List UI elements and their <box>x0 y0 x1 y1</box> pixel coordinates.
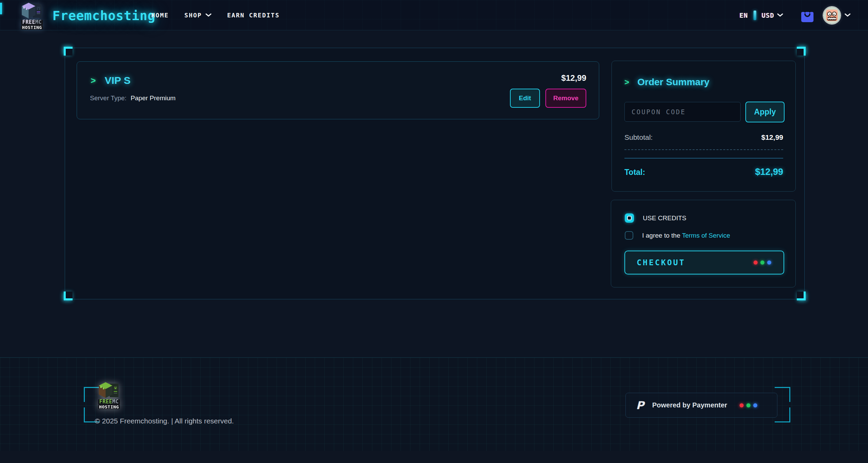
use-credits-label: USE CREDITS <box>643 214 686 222</box>
nav-link-home[interactable]: HOME <box>151 12 169 19</box>
subtotal-row: Subtotal: $12,99 <box>624 133 783 141</box>
green-dot-icon <box>746 403 750 407</box>
order-summary-title: Order Summary <box>637 77 710 88</box>
footer-bottom-strip <box>0 451 868 463</box>
remove-button-label: Remove <box>553 94 578 102</box>
avatar-face-icon <box>823 7 840 24</box>
user-avatar[interactable] <box>823 7 840 24</box>
subtotal-value: $12,99 <box>761 133 783 141</box>
green-dot-icon <box>760 260 764 265</box>
terms-checkbox[interactable] <box>625 231 633 240</box>
red-dot-icon <box>754 260 758 265</box>
checkbox-checked-icon <box>627 216 632 220</box>
cart-page-container: > VIP S $12,99 Server Type: Paper Premiu… <box>65 48 805 299</box>
site-logo-icon: FREEMC HOSTING <box>18 2 46 30</box>
dashed-divider <box>624 149 783 150</box>
nav-link-shop[interactable]: SHOP <box>184 12 211 19</box>
corner-bracket-icon <box>64 47 73 56</box>
brand-home-link[interactable]: FREEMC HOSTING Freemchosting <box>18 2 156 30</box>
powered-by-label: Powered by Paymenter <box>652 401 727 409</box>
checkout-button-label: CHECKOUT <box>637 258 685 267</box>
coupon-code-input[interactable] <box>624 102 741 122</box>
language-currency-separator <box>754 11 756 20</box>
remove-button[interactable]: Remove <box>545 89 586 108</box>
cart-item-name: VIP S <box>105 75 130 86</box>
order-summary-header: > Order Summary <box>624 77 710 88</box>
server-type-label: Server Type: <box>90 94 126 102</box>
apply-button-label: Apply <box>754 107 776 117</box>
terms-text: I agree to the Terms of Service <box>642 232 730 239</box>
logo-text-free: FREE <box>22 19 35 25</box>
apply-coupon-button[interactable]: Apply <box>745 102 785 122</box>
edit-button-label: Edit <box>519 94 531 102</box>
nav-link-earn-credits[interactable]: EARN CREDITS <box>227 12 280 19</box>
cart-item-price: $12,99 <box>561 73 586 83</box>
checkout-panel: USE CREDITS I agree to the Terms of Serv… <box>611 200 796 287</box>
use-credits-checkbox[interactable] <box>625 213 634 223</box>
chevron-down-icon[interactable] <box>777 13 783 17</box>
nav-link-home-label: HOME <box>151 12 169 19</box>
copyright-text: © 2025 Freemchosting. | All rights reser… <box>95 417 234 425</box>
chevron-down-icon <box>205 13 212 17</box>
red-dot-icon <box>740 403 744 407</box>
server-type-value: Paper Premium <box>130 94 175 102</box>
shopping-bag-icon[interactable] <box>800 8 815 23</box>
total-value: $12,99 <box>755 167 783 177</box>
nav-right: EN USD <box>740 0 851 30</box>
arrow-right-icon: > <box>91 75 96 86</box>
blue-dot-icon <box>767 260 771 265</box>
corner-bracket-icon <box>797 47 806 56</box>
cart-item-card: > VIP S $12,99 Server Type: Paper Premiu… <box>77 61 599 119</box>
logo-text-mc: MC <box>35 19 42 25</box>
language-label[interactable]: EN <box>740 12 748 19</box>
terms-row: I agree to the Terms of Service <box>625 231 730 240</box>
blue-dot-icon <box>753 403 757 407</box>
nav-link-shop-label: SHOP <box>184 12 202 19</box>
page: FREEMC HOSTING Freemchosting HOME SHOP E… <box>0 0 868 463</box>
cart-item-header: > VIP S <box>91 75 130 86</box>
logo-text-hosting: HOSTING <box>21 25 43 30</box>
navbar: FREEMC HOSTING Freemchosting HOME SHOP E… <box>0 0 868 30</box>
footer: FREEMC HOSTING © 2025 Freemchosting. | A… <box>0 357 868 451</box>
logo-text-mc: MC <box>112 399 119 405</box>
agree-text: I agree to the <box>642 232 680 239</box>
use-credits-row: USE CREDITS <box>625 213 686 223</box>
currency-selector[interactable]: USD <box>762 12 774 19</box>
corner-bracket-icon <box>64 292 73 300</box>
server-type-row: Server Type: Paper Premium <box>90 94 175 102</box>
total-label: Total: <box>624 168 645 177</box>
logo-cube-icon <box>21 2 43 20</box>
terms-of-service-link[interactable]: Terms of Service <box>682 232 730 239</box>
paymenter-logo-icon: P <box>636 399 644 412</box>
total-row: Total: $12,99 <box>624 167 783 177</box>
corner-bracket-icon <box>797 292 806 300</box>
logo-cube-icon <box>98 382 120 399</box>
nav-link-earn-credits-label: EARN CREDITS <box>227 12 280 19</box>
arrow-right-icon: > <box>624 77 629 87</box>
rgb-status-dots <box>754 260 771 265</box>
scroll-indicator <box>0 3 2 14</box>
nav-links: HOME SHOP EARN CREDITS <box>151 0 280 30</box>
checkout-button[interactable]: CHECKOUT <box>624 251 784 274</box>
brand-name: Freemchosting <box>52 9 156 23</box>
logo-text-free: FREE <box>99 399 112 405</box>
powered-by-paymenter[interactable]: P Powered by Paymenter <box>625 393 777 418</box>
logo-text-hosting: HOSTING <box>98 405 120 409</box>
order-summary-panel: > Order Summary Apply Subtotal: $12,99 T… <box>611 61 796 192</box>
chevron-down-icon[interactable] <box>844 13 851 17</box>
subtotal-label: Subtotal: <box>624 133 653 141</box>
solid-divider <box>624 158 783 159</box>
rgb-status-dots <box>740 403 757 407</box>
edit-button[interactable]: Edit <box>510 89 540 108</box>
footer-logo[interactable]: FREEMC HOSTING <box>95 382 123 409</box>
